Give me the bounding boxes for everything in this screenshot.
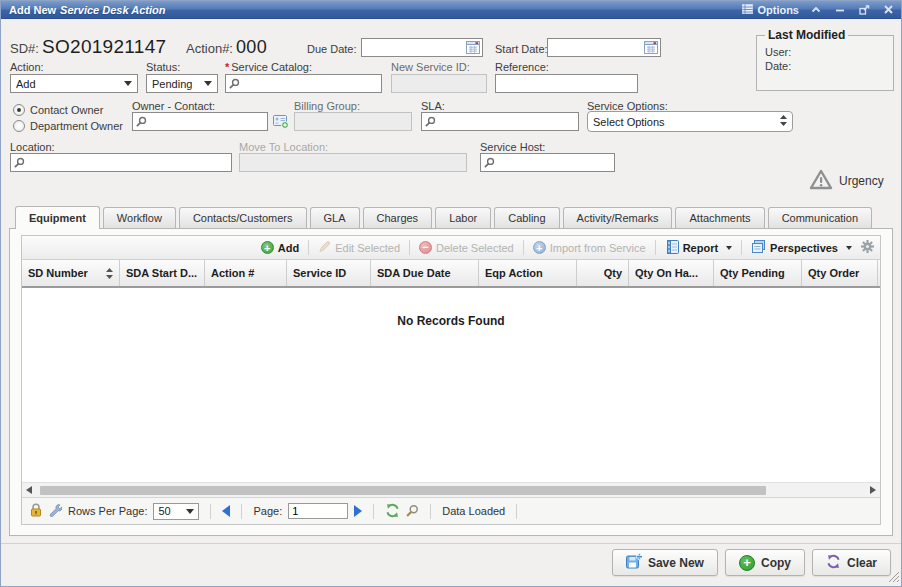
report-button[interactable]: Report bbox=[665, 240, 732, 256]
options-button[interactable]: Options bbox=[742, 4, 799, 16]
rows-per-page-label: Rows Per Page: bbox=[68, 505, 147, 517]
column-header-qty-on-ha[interactable]: Qty On Ha... bbox=[629, 260, 714, 286]
column-header-service-id[interactable]: Service ID bbox=[287, 260, 371, 286]
save-icon bbox=[626, 553, 642, 572]
tab-charges[interactable]: Charges bbox=[363, 207, 433, 228]
wrench-icon[interactable] bbox=[48, 503, 62, 519]
tab-gla[interactable]: GLA bbox=[310, 207, 360, 228]
column-header-sda-start-d[interactable]: SDA Start D... bbox=[120, 260, 205, 286]
report-icon bbox=[665, 240, 679, 256]
window-title: Add NewService Desk Action bbox=[9, 4, 165, 16]
tab-contacts-customers[interactable]: Contacts/Customers bbox=[179, 207, 307, 228]
scrollbar-thumb[interactable] bbox=[40, 486, 766, 495]
chevron-down-icon bbox=[726, 246, 732, 250]
lock-icon[interactable] bbox=[30, 503, 42, 519]
owner-contact-input[interactable] bbox=[150, 114, 265, 129]
options-icon bbox=[742, 4, 753, 16]
search-icon bbox=[425, 116, 436, 127]
sla-input[interactable] bbox=[439, 114, 576, 129]
magnify-icon[interactable] bbox=[406, 504, 419, 519]
service-catalog-field bbox=[225, 74, 382, 93]
grid-settings-button[interactable] bbox=[861, 240, 874, 255]
scroll-left-icon[interactable] bbox=[26, 486, 32, 494]
chevron-down-icon bbox=[124, 81, 132, 86]
last-modified-user-label: User: bbox=[765, 46, 791, 58]
start-date-input[interactable] bbox=[551, 40, 642, 55]
options-label: Options bbox=[757, 4, 799, 16]
search-icon bbox=[14, 157, 25, 168]
last-modified-date-label: Date: bbox=[765, 60, 791, 72]
perspectives-button[interactable]: Perspectives bbox=[751, 240, 852, 256]
status-select[interactable]: Pending bbox=[146, 74, 218, 93]
billing-group-label: Billing Group: bbox=[294, 100, 360, 112]
column-header-action[interactable]: Action # bbox=[205, 260, 287, 286]
calendar-icon[interactable] bbox=[644, 41, 658, 54]
contact-owner-radio[interactable]: Contact Owner bbox=[13, 104, 103, 116]
column-header-qty[interactable]: Qty bbox=[577, 260, 629, 286]
last-modified-legend: Last Modified bbox=[765, 28, 848, 42]
save-new-button[interactable]: Save New bbox=[612, 549, 718, 576]
chevron-down-icon bbox=[846, 246, 852, 250]
department-owner-radio[interactable]: Department Owner bbox=[13, 120, 123, 132]
popout-button[interactable] bbox=[857, 4, 871, 16]
action-select[interactable]: Add bbox=[10, 74, 138, 93]
status-label: Status: bbox=[146, 61, 180, 73]
reference-input[interactable] bbox=[499, 76, 635, 91]
due-date-input[interactable] bbox=[365, 40, 464, 55]
empty-message: No Records Found bbox=[22, 314, 880, 328]
location-input[interactable] bbox=[28, 155, 229, 170]
minimize-button[interactable] bbox=[833, 4, 847, 16]
prev-page-icon[interactable] bbox=[222, 505, 230, 517]
grid-header: SD NumberSDA Start D...Action #Service I… bbox=[22, 260, 880, 288]
copy-button[interactable]: + Copy bbox=[725, 549, 805, 576]
resize-grip-icon[interactable] bbox=[887, 569, 900, 587]
page-input[interactable] bbox=[288, 503, 348, 519]
column-header-qty-order[interactable]: Qty Order bbox=[802, 260, 878, 286]
search-icon bbox=[484, 157, 495, 168]
column-header-eqp-action[interactable]: Eqp Action bbox=[479, 260, 577, 286]
footer: Save New + Copy Clear bbox=[1, 536, 901, 587]
tab-cabling[interactable]: Cabling bbox=[494, 207, 559, 228]
edit-selected-button[interactable]: Edit Selected bbox=[318, 240, 400, 255]
tab-activity-remarks[interactable]: Activity/Remarks bbox=[563, 207, 673, 228]
clear-button[interactable]: Clear bbox=[812, 549, 891, 576]
column-header-sd-number[interactable]: SD Number bbox=[22, 260, 120, 286]
billing-group-field bbox=[294, 112, 412, 131]
import-from-service-button[interactable]: + Import from Service bbox=[533, 241, 646, 254]
rows-per-page-select[interactable]: 50 bbox=[153, 503, 199, 520]
scroll-right-icon[interactable] bbox=[870, 486, 876, 494]
grid-body: No Records Found bbox=[22, 288, 880, 482]
service-host-input[interactable] bbox=[498, 155, 612, 170]
tab-panel: + Add Edit Selected − Delete Selected + … bbox=[9, 228, 893, 536]
tab-equipment[interactable]: Equipment bbox=[15, 206, 100, 229]
tab-strip: EquipmentWorkflowContacts/CustomersGLACh… bbox=[1, 204, 901, 228]
tab-labor[interactable]: Labor bbox=[435, 207, 491, 228]
service-catalog-input[interactable] bbox=[243, 76, 379, 91]
urgency-indicator[interactable]: Urgency bbox=[809, 169, 884, 193]
close-button[interactable] bbox=[881, 4, 895, 16]
add-button[interactable]: + Add bbox=[261, 241, 299, 254]
urgency-label: Urgency bbox=[839, 174, 884, 188]
import-icon: + bbox=[533, 241, 546, 254]
radio-icon bbox=[13, 104, 25, 116]
refresh-icon[interactable] bbox=[385, 503, 400, 520]
last-modified-panel: Last Modified User: Date: bbox=[756, 28, 894, 91]
next-page-icon[interactable] bbox=[354, 505, 362, 517]
tab-workflow[interactable]: Workflow bbox=[103, 207, 176, 228]
gear-icon bbox=[861, 240, 874, 255]
calendar-icon[interactable] bbox=[466, 41, 480, 54]
delete-selected-button[interactable]: − Delete Selected bbox=[419, 241, 514, 254]
sd-number: SD#: SO201921147 bbox=[10, 36, 166, 58]
action-number: Action#: 000 bbox=[186, 37, 267, 58]
sd-number-value: SO201921147 bbox=[42, 36, 166, 57]
page-label: Page: bbox=[253, 505, 282, 517]
reference-label: Reference: bbox=[495, 61, 549, 73]
column-header-sda-due-date[interactable]: SDA Due Date bbox=[371, 260, 479, 286]
contact-add-icon[interactable] bbox=[273, 114, 289, 131]
collapse-button[interactable] bbox=[809, 4, 823, 16]
sort-icon[interactable] bbox=[100, 268, 113, 279]
column-header-qty-pending[interactable]: Qty Pending bbox=[714, 260, 802, 286]
tab-communication[interactable]: Communication bbox=[768, 207, 872, 228]
service-options-select[interactable]: Select Options bbox=[587, 111, 793, 132]
tab-attachments[interactable]: Attachments bbox=[675, 207, 764, 228]
